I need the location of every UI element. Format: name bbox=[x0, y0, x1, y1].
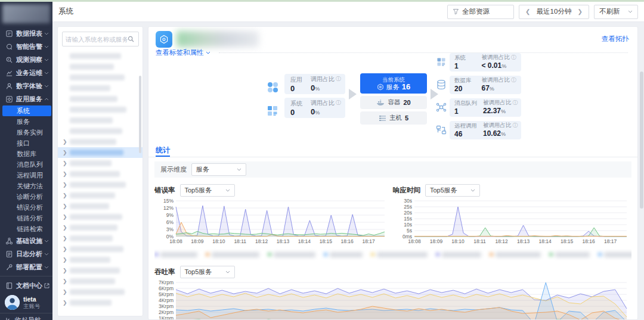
sidebar-item-observe-insight[interactable]: 观测洞察 bbox=[0, 53, 52, 66]
sidebar-item-database[interactable]: 数据库 bbox=[0, 148, 52, 159]
resource-filter[interactable]: 全部资源 bbox=[447, 5, 514, 19]
system-list-item[interactable]: ❯ bbox=[58, 169, 143, 179]
chart-legend-blurred[interactable] bbox=[154, 248, 631, 260]
chevron-right-icon[interactable]: ❯ bbox=[63, 192, 67, 198]
system-list-item[interactable]: ❯ bbox=[58, 190, 143, 201]
system-list-item[interactable]: ❯ bbox=[58, 287, 143, 297]
system-list-item[interactable] bbox=[58, 51, 143, 61]
chevron-right-icon[interactable]: ❯ bbox=[63, 246, 67, 252]
dep-row-message-queue[interactable]: 消息队列 1 被调用占比ⓘ 22.37% bbox=[450, 98, 521, 117]
legend-item-blurred[interactable] bbox=[324, 252, 363, 257]
system-list-item[interactable] bbox=[58, 115, 143, 126]
chevron-right-icon[interactable]: ❯ bbox=[63, 278, 67, 284]
legend-item-blurred[interactable] bbox=[490, 252, 541, 257]
main-scrollbar[interactable] bbox=[640, 72, 643, 209]
system-list-item[interactable] bbox=[58, 94, 143, 104]
hosts-node[interactable]: 主机5 bbox=[360, 111, 427, 125]
topology-node-apps[interactable]: 应用 0 调用占比ⓘ 0% bbox=[284, 74, 345, 94]
sidebar-item-message-queue[interactable]: 消息队列 bbox=[0, 159, 52, 170]
legend-item-blurred[interactable] bbox=[154, 252, 197, 257]
current-system-node[interactable]: 当前系统 服务16 bbox=[360, 73, 427, 94]
containers-node[interactable]: 容器20 bbox=[360, 96, 427, 109]
system-list-item[interactable]: ❯ bbox=[58, 179, 143, 190]
legend-item-blurred[interactable] bbox=[371, 252, 428, 257]
chevron-right-icon[interactable]: ❯ bbox=[63, 182, 67, 188]
chevron-right-icon[interactable]: ❯ bbox=[63, 160, 67, 166]
chevron-right-icon[interactable]: ❯ bbox=[63, 225, 67, 231]
system-list-item[interactable] bbox=[58, 61, 143, 72]
chevron-right-icon[interactable]: ❯ bbox=[63, 139, 67, 145]
throughput-chart[interactable]: 0rpm1Krpm2Krpm3Krpm4Krpm5Krpm6Krpm7Krpm bbox=[154, 279, 631, 320]
system-list-item[interactable]: ❯ bbox=[58, 233, 143, 244]
collapse-nav-button[interactable]: 收起导航 bbox=[0, 313, 52, 320]
response-time-top5-select[interactable]: Top5服务 bbox=[425, 184, 480, 197]
error-rate-top5-select[interactable]: Top5服务 bbox=[180, 184, 235, 197]
sidebar-item-system[interactable]: 系统 bbox=[2, 105, 51, 116]
search-input[interactable] bbox=[66, 36, 128, 43]
system-list-item[interactable] bbox=[58, 126, 143, 136]
system-list-item[interactable]: ❯ bbox=[58, 265, 143, 276]
legend-item-blurred[interactable] bbox=[206, 252, 259, 257]
sidebar-item-digital-experience[interactable]: 数字体验 bbox=[0, 79, 52, 92]
sidebar-item-doc-center[interactable]: 文档中心 bbox=[0, 279, 52, 292]
system-search[interactable] bbox=[62, 32, 139, 46]
system-list-item[interactable]: ❯ bbox=[58, 158, 143, 169]
sidebar-item-trace-search[interactable]: 链路检索 bbox=[0, 223, 52, 234]
dep-row-remote-call[interactable]: 远程调用 46 被调用占比ⓘ 10.62% bbox=[450, 121, 521, 139]
chevron-right-icon[interactable]: ❯ bbox=[63, 171, 67, 177]
info-icon[interactable]: ⓘ bbox=[511, 77, 516, 83]
system-list-item[interactable]: ❯ bbox=[58, 147, 143, 158]
view-topology-link[interactable]: 查看拓扑 bbox=[602, 35, 629, 44]
sidebar-item-service-instance[interactable]: 服务实例 bbox=[0, 127, 52, 138]
info-icon[interactable]: ⓘ bbox=[513, 100, 518, 105]
sidebar-item-business-ops[interactable]: 业务运维 bbox=[0, 66, 52, 79]
response-time-chart[interactable]: 0ms5s10s15s20s25s30s18:0818:0918:1018:11… bbox=[393, 197, 631, 247]
sidebar-item-remote-call[interactable]: 远程调用 bbox=[0, 170, 52, 181]
chevron-right-icon[interactable]: ❯ bbox=[63, 203, 67, 209]
system-list-item[interactable] bbox=[58, 104, 143, 115]
sidebar-item-smart-alerts[interactable]: 智能告警 bbox=[0, 40, 52, 53]
system-list-item[interactable]: ❯ bbox=[58, 201, 143, 212]
time-next-button[interactable]: ❯ bbox=[577, 8, 584, 15]
sidebar-item-deploy-config[interactable]: 部署配置 bbox=[0, 260, 52, 274]
system-list-item[interactable]: ❯ bbox=[58, 276, 143, 287]
info-icon[interactable]: ⓘ bbox=[336, 100, 341, 105]
system-list-item[interactable]: ❯ bbox=[58, 222, 143, 233]
refresh-interval-select[interactable]: 不刷新 bbox=[594, 5, 638, 19]
system-list-item[interactable] bbox=[58, 83, 143, 94]
dep-row-system[interactable]: 系统 1 被调用占比ⓘ < 0.01% bbox=[450, 53, 521, 72]
sidebar-item-error-analysis[interactable]: 错误分析 bbox=[0, 202, 52, 213]
topology-node-systems[interactable]: 系统 0 调用占比ⓘ 0% bbox=[284, 98, 345, 118]
system-list-item[interactable]: ❯ bbox=[58, 244, 143, 254]
user-account[interactable]: tieta 主账号 bbox=[0, 292, 52, 313]
chevron-right-icon[interactable]: ❯ bbox=[63, 235, 67, 241]
legend-item-blurred[interactable] bbox=[436, 252, 481, 257]
time-prev-button[interactable]: ❮ bbox=[524, 8, 531, 15]
info-icon[interactable]: ⓘ bbox=[513, 123, 518, 128]
sidebar-item-app-services[interactable]: 应用服务 bbox=[0, 92, 52, 105]
system-list-item[interactable]: ❯ bbox=[58, 212, 143, 222]
sidebar-item-trace-analysis[interactable]: 链路分析 bbox=[0, 213, 52, 223]
tab-statistics[interactable]: 统计 bbox=[156, 145, 170, 156]
sidebar-item-infrastructure[interactable]: 基础设施 bbox=[0, 234, 52, 247]
sidebar-item-key-methods[interactable]: 关键方法 bbox=[0, 181, 52, 191]
sidebar-item-diagnosis[interactable]: 诊断分析 bbox=[0, 191, 52, 202]
legend-item-blurred[interactable] bbox=[598, 252, 631, 257]
info-icon[interactable]: ⓘ bbox=[511, 55, 516, 60]
sidebar-item-log-analysis[interactable]: 日志分析 bbox=[0, 247, 52, 260]
dimension-select[interactable]: 服务 bbox=[191, 163, 246, 176]
chevron-right-icon[interactable]: ❯ bbox=[63, 150, 67, 156]
system-list-item[interactable]: ❯ bbox=[58, 254, 143, 265]
legend-item-blurred[interactable] bbox=[268, 252, 315, 257]
system-list-item[interactable] bbox=[58, 72, 143, 83]
system-list-item[interactable]: ❯ bbox=[58, 136, 143, 147]
list-scrollbar[interactable] bbox=[139, 76, 141, 153]
system-list-item[interactable]: ❯ bbox=[58, 297, 143, 308]
chevron-right-icon[interactable]: ❯ bbox=[63, 300, 67, 306]
sidebar-item-data-reports[interactable]: 数据报表 bbox=[0, 27, 52, 40]
legend-item-blurred[interactable] bbox=[549, 252, 590, 257]
sidebar-item-interface[interactable]: 接口 bbox=[0, 138, 52, 148]
throughput-top5-select[interactable]: Top5服务 bbox=[180, 266, 235, 278]
dep-row-database[interactable]: 数据库 20 被调用占比ⓘ 67% bbox=[450, 76, 521, 94]
chevron-right-icon[interactable]: ❯ bbox=[63, 257, 67, 263]
